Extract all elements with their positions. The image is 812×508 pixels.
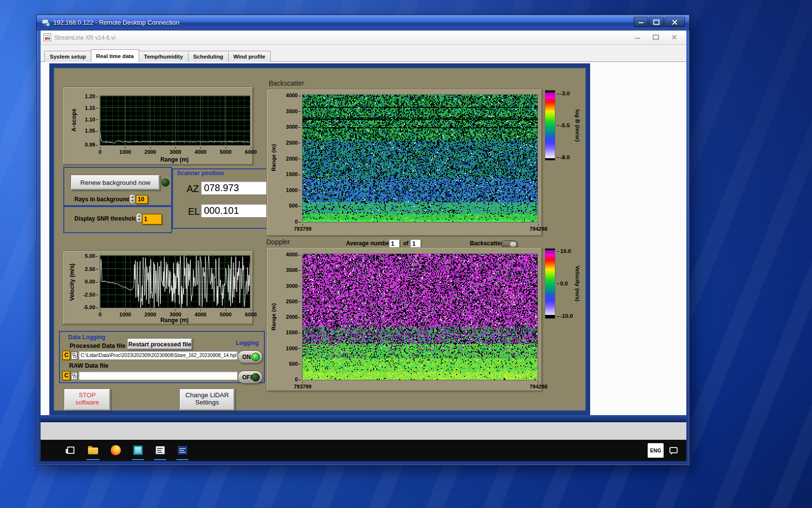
running-indicator: [132, 459, 144, 460]
colorbar-tick-label: -8.0: [557, 154, 570, 160]
y-tick-label: 500: [289, 361, 301, 367]
remote-desktop-icon: [42, 18, 50, 27]
average-number-field[interactable]: 1: [389, 239, 400, 248]
raw-path-field[interactable]: [78, 371, 238, 380]
backscatter-heatmap: [302, 94, 538, 223]
backscatter-graph-panel: Range (m) 400035003000250020001500100050…: [266, 89, 542, 236]
tab-strip: System setup Real time data Temp/humidit…: [41, 50, 686, 62]
velocity-plot: [100, 255, 250, 308]
x-tick-label: 6000: [245, 310, 257, 317]
rdp-close-button[interactable]: [665, 17, 685, 27]
app-titlebar[interactable]: StreamLine XR v14-6.vi: [41, 30, 686, 45]
y-tick-label: 5.00: [85, 253, 98, 259]
x-tick-label: 1000: [119, 147, 131, 155]
y-tick-label: 500: [289, 203, 301, 209]
rays-spinner[interactable]: [129, 194, 135, 204]
average-number-label: Average number: [346, 240, 392, 247]
rdp-maximize-button[interactable]: [649, 17, 664, 27]
background-controls-box: Renew background now Rays in background …: [63, 167, 172, 206]
of-label: of: [403, 240, 408, 247]
doppler-title: Doppler: [266, 238, 290, 246]
y-tick-label: -5.00: [83, 304, 98, 310]
rdp-minimize-button[interactable]: [634, 17, 648, 27]
processed-logging-led: [251, 353, 260, 361]
raw-logging-led: [251, 373, 260, 382]
raw-data-file-label: RAW Data file: [69, 362, 108, 369]
colorbar-tick-label: -3.0: [557, 90, 570, 96]
raw-drive-selector[interactable]: C: [62, 371, 70, 380]
change-lidar-settings-button[interactable]: Change LiDAR Settings: [179, 388, 235, 411]
x-tick-label: 793799: [294, 224, 312, 232]
panel-bottom-strip: [41, 415, 686, 422]
processed-browse-button[interactable]: [71, 352, 77, 359]
y-tick-label: 0.99: [85, 142, 98, 148]
scanner-position-title: Scanner position: [177, 170, 224, 177]
tab-real-time-data[interactable]: Real time data: [91, 49, 139, 62]
snr-spinner[interactable]: [136, 213, 142, 223]
x-tick-label: 6000: [245, 147, 257, 155]
rdp-window: 192.168.0.122 - Remote Desktop Connectio…: [36, 15, 690, 465]
doppler-y-axis-label: Range (m): [271, 285, 278, 348]
tab-scheduling[interactable]: Scheduling: [188, 51, 229, 62]
background-status-led: [161, 179, 170, 187]
data-logging-box: Data Logging Processed Data file Restart…: [59, 331, 265, 383]
processed-drive-selector[interactable]: C: [62, 351, 70, 360]
processed-logging-toggle-on[interactable]: ON: [237, 350, 262, 363]
renew-background-button[interactable]: Renew background now: [71, 175, 160, 190]
on-label: ON: [242, 354, 251, 360]
log-window-icon[interactable]: [178, 446, 187, 454]
restart-processed-file-button[interactable]: Restart processed file: [127, 338, 192, 350]
running-indicator: [154, 459, 166, 460]
tab-temp-humidity[interactable]: Temp/humidity: [139, 51, 188, 62]
x-tick-label: 794298: [530, 224, 548, 232]
y-tick-label: 1.05: [85, 128, 98, 134]
tab-system-setup[interactable]: System setup: [44, 51, 91, 62]
velocity-x-axis-label: Range (m): [100, 317, 249, 324]
ascope-plot: [100, 95, 250, 146]
el-label: EL: [188, 206, 200, 217]
y-tick-label: 3000: [286, 124, 301, 130]
app-maximize-button[interactable]: [649, 33, 663, 42]
doppler-colorbar: [545, 248, 555, 319]
doppler-graph-panel: Range (m) 400035003000250020001500100050…: [266, 247, 542, 391]
ascope-graph-panel: A-scope Range (m) 1.201.151.101.050.9901…: [62, 87, 253, 165]
snr-value-field[interactable]: 1: [142, 214, 162, 224]
average-total-field[interactable]: 1: [410, 239, 421, 248]
file-explorer-icon[interactable]: [88, 448, 98, 454]
x-tick-label: 5000: [220, 147, 232, 155]
photos-app-icon[interactable]: [133, 446, 143, 455]
tab-wind-profile[interactable]: Wind profile: [228, 51, 271, 62]
processed-path-field[interactable]: C:\Lidar\Data\Proc\2023\202309\20230908\…: [78, 351, 238, 360]
desktop: 192.168.0.122 - Remote Desktop Connectio…: [0, 0, 812, 508]
y-tick-label: 1.10: [85, 117, 98, 122]
language-indicator[interactable]: ENG: [648, 443, 664, 458]
app-close-button[interactable]: [667, 33, 682, 42]
x-tick-label: 2000: [145, 147, 156, 155]
snr-threshold-label: Display SNR threshold: [74, 215, 137, 222]
raw-browse-button[interactable]: [71, 372, 77, 380]
change-button-line1: Change LiDAR: [180, 391, 234, 399]
firefox-icon[interactable]: [111, 445, 121, 455]
y-tick-label: 1500: [286, 171, 301, 177]
scan-scheduler-window-icon[interactable]: [156, 446, 165, 454]
backscatter-title: Backscatter: [269, 79, 304, 87]
colorbar-tick-label: 10.0: [557, 248, 571, 254]
rdp-window-title: 192.168.0.122 - Remote Desktop Connectio…: [53, 19, 179, 26]
stop-software-button[interactable]: STOP software: [64, 388, 111, 411]
rdp-titlebar[interactable]: 192.168.0.122 - Remote Desktop Connectio…: [37, 15, 689, 30]
x-tick-label: 3000: [170, 310, 181, 317]
y-tick-label: 1000: [286, 187, 301, 193]
rays-value-field[interactable]: 10: [136, 195, 148, 204]
ascope-y-axis-label: A-scope: [71, 96, 78, 144]
processed-data-file-label: Processed Data file: [70, 343, 125, 349]
running-indicator: [87, 459, 100, 460]
y-tick-label: 3500: [286, 267, 301, 273]
colorbar-tick-label: -5.5: [557, 122, 570, 128]
task-view-icon[interactable]: [67, 447, 74, 454]
front-panel: A-scope Range (m) 1.201.151.101.050.9901…: [49, 63, 590, 415]
raw-logging-toggle-off[interactable]: OFF: [237, 371, 262, 384]
x-tick-label: 5000: [220, 310, 232, 317]
x-tick-label: 2000: [145, 310, 156, 317]
app-minimize-button[interactable]: [630, 33, 645, 42]
notification-icon[interactable]: [669, 447, 678, 453]
